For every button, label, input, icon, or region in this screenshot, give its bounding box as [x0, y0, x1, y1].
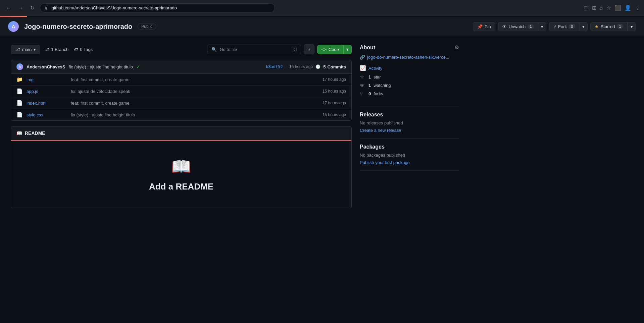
- folder-icon: 📁: [16, 76, 22, 83]
- zoom-icon[interactable]: ⌕: [600, 5, 603, 11]
- file-tree: A AndersonChavesS fix (style) : ajuste l…: [11, 60, 352, 121]
- reload-button[interactable]: ↻: [28, 3, 37, 12]
- releases-title: Releases: [360, 112, 459, 118]
- commit-author[interactable]: AndersonChavesS: [27, 64, 65, 69]
- screen-icon[interactable]: ⬚: [584, 5, 589, 11]
- forks-label: forks: [374, 91, 383, 96]
- header-actions: 📌 Pin 👁 Unwatch 1 ▾ ⑂ Fork 0 ▾ ★: [473, 22, 636, 31]
- readme-cta: Add a README: [149, 181, 213, 192]
- tag-icon: 🏷: [74, 47, 78, 52]
- file-time: 17 hours ago: [316, 101, 346, 105]
- file-name[interactable]: app.js: [27, 89, 67, 94]
- starred-button[interactable]: ★ Starred 1: [590, 22, 628, 31]
- commit-avatar: A: [16, 63, 23, 70]
- commit-time: 15 hours ago: [289, 64, 313, 69]
- stars-label: star: [374, 74, 381, 79]
- commit-hash[interactable]: b8adf52: [266, 64, 283, 69]
- file-time: 15 hours ago: [316, 112, 346, 117]
- table-row: 📄 style.css fix (style) : ajuste line he…: [11, 109, 351, 120]
- file-icon: 📄: [16, 100, 22, 106]
- bookmark-icon[interactable]: ☆: [606, 5, 611, 11]
- packages-section: Packages No packages published Publish y…: [360, 144, 459, 165]
- link-icon: 🔗: [360, 55, 365, 60]
- file-commit: feat: first commit, create game: [71, 101, 312, 106]
- sidebar: About ⚙ 🔗 jogo-do-numero-secreto-ashen-s…: [360, 44, 459, 208]
- browser-nav: ← → ↻: [4, 3, 37, 12]
- file-commit: fix (style) : ajuste line height titulo: [71, 112, 312, 117]
- repo-content: ⎇ main ▾ ⎇ 1 Branch 🏷 0 Tags 🔍 Go to fil…: [11, 44, 352, 208]
- no-releases-text: No releases published: [360, 120, 459, 125]
- activity-icon: 📈: [360, 65, 366, 71]
- file-name[interactable]: style.css: [27, 112, 67, 117]
- repo-name: Jogo-numero-secreto-aprimorado: [24, 23, 132, 31]
- starred-count: 1: [617, 24, 623, 29]
- no-packages-text: No packages published: [360, 153, 459, 158]
- sidebar-divider-3: [360, 170, 459, 171]
- releases-section: Releases No releases published Create a …: [360, 112, 459, 133]
- fork-stat-icon: ⑂: [360, 91, 366, 97]
- file-search[interactable]: 🔍 Go to file t: [207, 45, 301, 54]
- create-release-link[interactable]: Create a new release: [360, 128, 401, 133]
- table-row: 📄 index.html feat: first commit, create …: [11, 97, 351, 109]
- fork-dropdown[interactable]: ▾: [579, 22, 588, 31]
- commit-meta: b8adf52 · 15 hours ago 🕐 5 Commits: [266, 64, 346, 69]
- commits-link[interactable]: 5 Commits: [323, 64, 346, 69]
- file-icon: 📄: [16, 112, 22, 118]
- fork-icon: ⑂: [553, 24, 556, 29]
- translate-icon[interactable]: ⊞: [592, 5, 596, 11]
- unwatch-dropdown[interactable]: ▾: [538, 22, 546, 31]
- readme-header: 📖 README: [11, 126, 351, 141]
- branch-icon: ⎇: [15, 47, 20, 52]
- fork-count: 0: [569, 24, 575, 29]
- profile-icon[interactable]: 👤: [625, 5, 631, 11]
- browser-chrome: ← → ↻ ⛨ github.com/AndersonChavesS/Jogo-…: [0, 0, 644, 16]
- starred-dropdown[interactable]: ▾: [628, 22, 636, 31]
- forward-button[interactable]: →: [16, 4, 26, 12]
- readme-section: 📖 README 📖 Add a README: [11, 126, 352, 208]
- publish-package-link[interactable]: Publish your first package: [360, 160, 410, 165]
- watching-count: 1: [368, 83, 371, 88]
- activity-stat: 📈 Activity: [360, 64, 459, 72]
- code-group: <> Code ▾: [317, 45, 352, 54]
- sidebar-divider-1: [360, 106, 459, 106]
- fork-button[interactable]: ⑂ Fork 0: [549, 22, 579, 31]
- commit-separator: ·: [286, 64, 287, 69]
- gear-icon[interactable]: ⚙: [454, 44, 459, 51]
- extensions-icon[interactable]: ⬛: [614, 5, 621, 11]
- file-time: 15 hours ago: [316, 89, 346, 94]
- file-time: 17 hours ago: [316, 77, 346, 82]
- visibility-badge: Public: [138, 23, 156, 30]
- star-icon: ★: [595, 24, 599, 29]
- tags-link[interactable]: 🏷 0 Tags: [74, 47, 93, 52]
- file-name[interactable]: img: [27, 77, 67, 82]
- search-icon: 🔍: [211, 47, 217, 52]
- history-icon: 🕐: [315, 64, 320, 69]
- back-button[interactable]: ←: [4, 4, 13, 12]
- pin-button[interactable]: 📌 Pin: [473, 22, 495, 31]
- branch-selector[interactable]: ⎇ main ▾: [11, 45, 40, 54]
- branch-link[interactable]: ⎇ 1 Branch: [44, 47, 68, 52]
- starred-group: ★ Starred 1 ▾: [590, 22, 636, 31]
- about-section: About ⚙ 🔗 jogo-do-numero-secreto-ashen-s…: [360, 44, 459, 98]
- pin-icon: 📌: [477, 24, 483, 29]
- address-bar[interactable]: ⛨ github.com/AndersonChavesS/Jogo-numero…: [40, 3, 275, 12]
- star-stat-icon: ☆: [360, 74, 366, 80]
- repo-header: A Jogo-numero-secreto-aprimorado Public …: [0, 17, 644, 36]
- menu-icon[interactable]: ⋮: [635, 5, 640, 11]
- stars-count: 1: [368, 74, 371, 79]
- readme-body: 📖 Add a README: [11, 141, 351, 208]
- unwatch-button[interactable]: 👁 Unwatch 1: [498, 22, 538, 31]
- commit-bar: A AndersonChavesS fix (style) : ajuste l…: [11, 60, 351, 74]
- add-file-button[interactable]: +: [304, 44, 314, 54]
- check-icon: ✓: [136, 64, 140, 69]
- commit-message: fix (style) : ajuste line height titulo: [69, 64, 133, 69]
- readme-empty-icon: 📖: [171, 157, 191, 176]
- code-dropdown[interactable]: ▾: [343, 45, 352, 54]
- activity-link[interactable]: Activity: [368, 66, 382, 71]
- branch-count-icon: ⎇: [44, 47, 49, 52]
- website-link[interactable]: 🔗 jogo-do-numero-secreto-ashen-six.verce…: [360, 55, 459, 60]
- code-button[interactable]: <> Code: [317, 45, 343, 54]
- unwatch-count: 1: [528, 24, 534, 29]
- browser-actions: ⬚ ⊞ ⌕ ☆ ⬛ 👤 ⋮: [584, 5, 640, 11]
- file-name[interactable]: index.html: [27, 101, 67, 106]
